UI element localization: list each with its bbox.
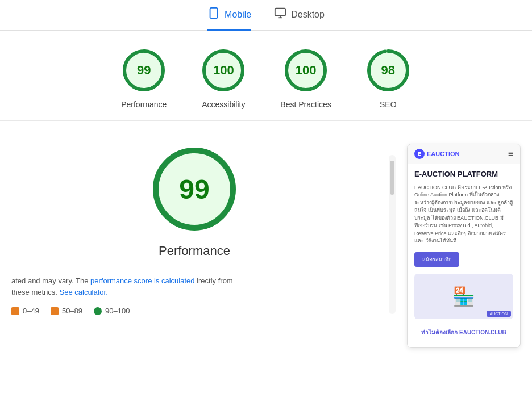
auction-badge: AUCTION: [487, 311, 512, 317]
tab-bar: Mobile Desktop: [0, 0, 532, 31]
score-circle-performance: 99: [121, 48, 167, 93]
preview-header: E EAUCTION ≡: [408, 144, 520, 164]
legend-pass: 90–100: [94, 307, 130, 315]
legend-warn: 50–89: [51, 307, 82, 315]
score-number-best-practices: 100: [296, 63, 317, 78]
tab-mobile-label: Mobile: [225, 10, 251, 20]
mobile-icon: [207, 7, 220, 22]
detail-section: 99 Performance ated and may vary. The pe…: [11, 144, 377, 348]
score-circle-accessibility: 100: [201, 48, 246, 93]
score-number-seo: 98: [381, 63, 395, 78]
preview-footer-text-span: ทำไมต้องเลือก EAUCTION.CLUB: [421, 329, 506, 336]
main-content: 99 Performance ated and may vary. The pe…: [0, 121, 532, 359]
hamburger-icon: ≡: [508, 149, 513, 159]
logo-text: EAUCTION: [427, 150, 459, 157]
legend-warn-dot: [51, 307, 59, 315]
tab-desktop-label: Desktop: [291, 10, 325, 20]
legend: 0–49 50–89 90–100: [11, 307, 377, 315]
score-label-accessibility: Accessibility: [202, 100, 245, 109]
score-circle-seo: 98: [365, 48, 411, 93]
large-score-label: Performance: [159, 244, 230, 258]
legend-pass-range: 90–100: [105, 307, 130, 315]
legend-fail: 0–49: [11, 307, 39, 315]
score-label-best-practices: Best Practices: [280, 100, 331, 109]
score-number-performance: 99: [137, 63, 151, 78]
desktop-icon: [274, 7, 286, 22]
score-card-accessibility: 100 Accessibility: [201, 48, 246, 109]
large-score-container: 99 Performance: [11, 144, 377, 270]
preview-logo: E EAUCTION: [414, 149, 459, 159]
score-number-accessibility: 100: [213, 63, 234, 78]
score-label-performance: Performance: [121, 100, 167, 109]
legend-warn-range: 50–89: [62, 307, 82, 315]
description-text: ated and may vary. The performance score…: [11, 275, 250, 298]
tab-mobile[interactable]: Mobile: [207, 7, 251, 31]
score-card-performance: 99 Performance: [121, 48, 167, 109]
preview-footer: ทำไมต้องเลือก EAUCTION.CLUB: [414, 325, 513, 340]
score-card-best-practices: 100 Best Practices: [280, 48, 331, 109]
score-card-seo: 98 SEO: [365, 48, 411, 109]
preview-body: E-AUCTION PLATFORM EAUCTION.CLUB คือ ระบ…: [408, 164, 520, 346]
preview-image-area: 🏪 AUCTION: [414, 274, 513, 319]
scroll-thumb[interactable]: [390, 161, 394, 195]
svg-rect-2: [275, 9, 285, 16]
large-score-circle: 99: [149, 144, 240, 235]
preview-register-button[interactable]: สมัครสมาชิก: [414, 252, 459, 267]
logo-icon: E: [414, 149, 425, 159]
mobile-preview-panel: E EAUCTION ≡ E-AUCTION PLATFORM EAUCTION…: [407, 144, 521, 348]
desc-prefix: ated and may vary. The: [11, 277, 90, 285]
calculator-link[interactable]: See calculator.: [60, 288, 108, 296]
tab-desktop[interactable]: Desktop: [274, 7, 325, 31]
score-label-seo: SEO: [380, 100, 397, 109]
perf-score-link[interactable]: performance score is calculated: [90, 277, 195, 285]
svg-rect-0: [210, 8, 218, 18]
legend-fail-range: 0–49: [23, 307, 39, 315]
scroll-area[interactable]: [389, 155, 396, 314]
score-circle-best-practices: 100: [283, 48, 329, 93]
scores-row: 99 Performance 100 Accessibility 100 Bes…: [0, 31, 532, 121]
large-score-number: 99: [179, 174, 209, 205]
legend-fail-dot: [11, 307, 19, 315]
preview-body-text: EAUCTION.CLUB คือ ระบบ E-Auction หรือ On…: [414, 184, 513, 245]
shop-icon: 🏪: [452, 286, 475, 307]
preview-title: E-AUCTION PLATFORM: [414, 170, 513, 179]
legend-pass-dot: [94, 307, 102, 315]
